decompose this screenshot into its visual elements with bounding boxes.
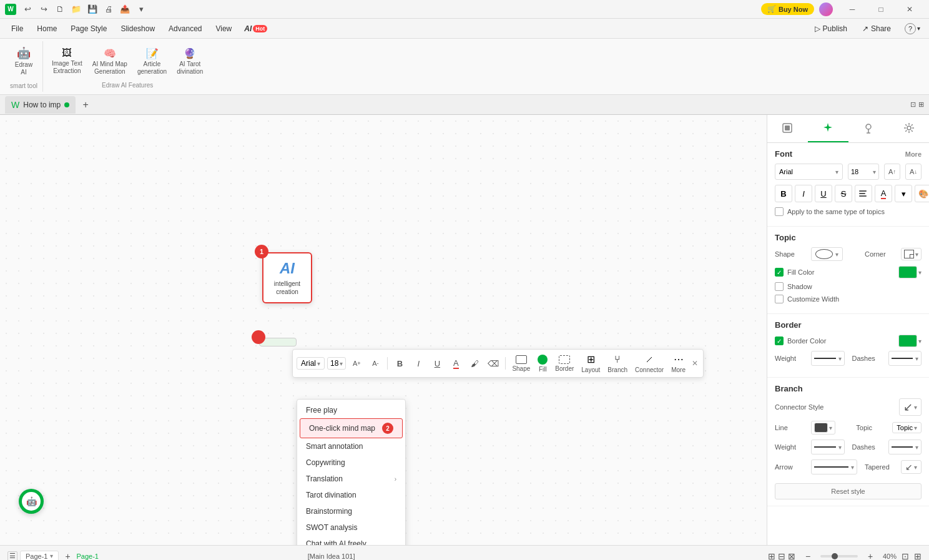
page-tab[interactable]: Page-1 ▾ (20, 551, 59, 561)
rp-font-color-button[interactable]: A (875, 185, 892, 202)
redo-button[interactable]: ↪ (36, 2, 51, 17)
new-button[interactable]: 🗋 (52, 2, 67, 17)
more-button[interactable]: ▾ (134, 2, 149, 17)
save-button[interactable]: 💾 (85, 2, 100, 17)
add-tab-button[interactable]: + (78, 97, 93, 112)
add-page-button[interactable]: + (61, 550, 74, 561)
publish-button[interactable]: ▷ Publish (810, 22, 852, 35)
rp-font-chevron-button[interactable]: ▾ (895, 185, 912, 202)
help-button[interactable]: ? ▾ (901, 21, 924, 36)
toolbar-close-button[interactable]: ✕ (691, 358, 699, 369)
close-button[interactable]: ✕ (895, 0, 924, 19)
menu-view[interactable]: View (209, 22, 238, 36)
expand-panel-button[interactable]: ⊞ (918, 101, 924, 109)
view-mode-3[interactable]: ⊠ (788, 551, 795, 561)
option-free-play[interactable]: Free play (297, 402, 405, 418)
edraw-ai-button[interactable]: 🤖 EdrawAI (10, 44, 37, 79)
shadow-checkbox[interactable] (775, 282, 784, 291)
option-chat[interactable]: Chat with AI freely (297, 536, 405, 545)
menu-ai[interactable]: AI Hot (239, 22, 272, 36)
maximize-button[interactable]: □ (867, 0, 895, 19)
option-copywriting[interactable]: Copywriting (297, 454, 405, 471)
menu-file[interactable]: File (5, 22, 29, 36)
weight-select[interactable]: ▾ (811, 351, 845, 366)
user-avatar[interactable] (819, 2, 833, 16)
more-toolbar-button[interactable]: ⋯ More (669, 352, 688, 375)
font-color-button[interactable]: A (448, 355, 464, 371)
rp-underline-button[interactable]: U (815, 185, 832, 202)
option-one-click[interactable]: One-click mind map 2 (300, 418, 403, 438)
underline-button[interactable]: U (429, 355, 445, 371)
layout-button[interactable]: ⊞ Layout (579, 352, 602, 375)
branch-weight-select[interactable]: ▾ (811, 440, 845, 454)
zoom-in-button[interactable]: + (863, 549, 878, 561)
option-brainstorming[interactable]: Brainstorming (297, 503, 405, 519)
branch-dashes-select[interactable]: ▾ (888, 440, 922, 454)
fill-color-swatch[interactable] (898, 266, 917, 278)
export-button[interactable]: 📤 (117, 2, 132, 17)
buy-now-button[interactable]: 🛒 Buy Now (761, 3, 814, 15)
page-active-tab[interactable]: Page-1 (76, 553, 98, 560)
font-more-button[interactable]: More (905, 150, 922, 158)
fill-color-checkbox[interactable]: ✓ (775, 268, 784, 277)
font-size-field[interactable]: 18 ▾ (327, 357, 346, 370)
option-smart-annotation[interactable]: Smart annotation (297, 438, 405, 454)
minimize-button[interactable]: ─ (838, 0, 867, 19)
canvas[interactable]: 1 AI intelligentcreation Arial ▾ 18 ▾ (0, 115, 767, 545)
apply-same-checkbox[interactable] (775, 207, 784, 216)
zoom-slider[interactable] (820, 555, 858, 558)
panel-tab-style[interactable] (767, 115, 808, 142)
connector-style-select[interactable]: ↙ ▾ (899, 398, 922, 416)
option-translation[interactable]: Translation › (297, 471, 405, 487)
option-swot[interactable]: SWOT analysis (297, 519, 405, 536)
open-button[interactable]: 📁 (69, 2, 84, 17)
panel-tab-pin[interactable] (848, 115, 889, 142)
panel-toggle-button[interactable]: ☰ (7, 551, 17, 561)
border-button[interactable]: Border (553, 354, 576, 373)
italic-button[interactable]: I (410, 355, 426, 371)
collapse-panel-button[interactable]: ⊡ (910, 101, 916, 109)
rp-italic-button[interactable]: I (795, 185, 812, 202)
branch-button[interactable]: ⑂ Branch (605, 353, 630, 375)
rp-strike-button[interactable]: S (835, 185, 852, 202)
fit-page-button[interactable]: ⊡ (902, 551, 909, 561)
tab-how-to-imp[interactable]: W How to imp (5, 96, 76, 114)
border-color-checkbox[interactable]: ✓ (775, 336, 784, 345)
ai-node[interactable]: AI intelligentcreation (262, 252, 312, 303)
corner-select[interactable]: ▾ (901, 248, 922, 260)
font-name-select[interactable]: Arial ▾ (775, 164, 843, 180)
print-button[interactable]: 🖨 (101, 2, 116, 17)
font-decrease-button[interactable]: A↓ (905, 164, 922, 180)
menu-page-style[interactable]: Page Style (64, 22, 113, 36)
shape-select[interactable]: ▾ (811, 247, 843, 261)
view-mode-2[interactable]: ⊟ (778, 551, 785, 561)
border-color-swatch[interactable] (898, 335, 917, 347)
tapered-select[interactable]: ↙ ▾ (901, 460, 922, 474)
fill-button[interactable]: Fill (535, 353, 550, 374)
ai-mindmap-button[interactable]: 🧠 AI Mind MapGeneration (89, 45, 131, 78)
option-tarot[interactable]: Tarot divination (297, 487, 405, 503)
shape-button[interactable]: Shape (509, 354, 533, 373)
panel-tab-ai[interactable] (808, 115, 848, 142)
branch-topic-select[interactable]: Topic ▾ (892, 422, 922, 433)
menu-slideshow[interactable]: Slideshow (114, 22, 161, 36)
paint-button[interactable]: 🖌 (466, 355, 483, 371)
rp-bold-button[interactable]: B (775, 185, 792, 202)
panel-tab-settings[interactable] (888, 115, 929, 142)
connector-button[interactable]: ⟋ Connector (632, 353, 666, 375)
reset-style-button[interactable]: Reset style (775, 483, 922, 499)
font-increase-button[interactable]: A↑ (884, 164, 900, 180)
bold-button[interactable]: B (391, 355, 408, 371)
menu-home[interactable]: Home (31, 22, 63, 36)
eraser-button[interactable]: ⌫ (485, 355, 501, 371)
decrease-size-button[interactable]: A- (367, 355, 383, 371)
custom-width-checkbox[interactable] (775, 295, 784, 303)
rp-align-button[interactable] (855, 185, 872, 202)
increase-size-button[interactable]: A+ (348, 355, 365, 371)
view-mode-1[interactable]: ⊞ (768, 551, 775, 561)
article-generation-button[interactable]: 📝 Articlegeneration (134, 45, 170, 78)
share-button[interactable]: ↗ Share (857, 22, 896, 35)
font-select[interactable]: Arial ▾ (297, 357, 325, 370)
undo-button[interactable]: ↩ (20, 2, 35, 17)
font-size-select[interactable]: 18 ▾ (848, 164, 879, 180)
